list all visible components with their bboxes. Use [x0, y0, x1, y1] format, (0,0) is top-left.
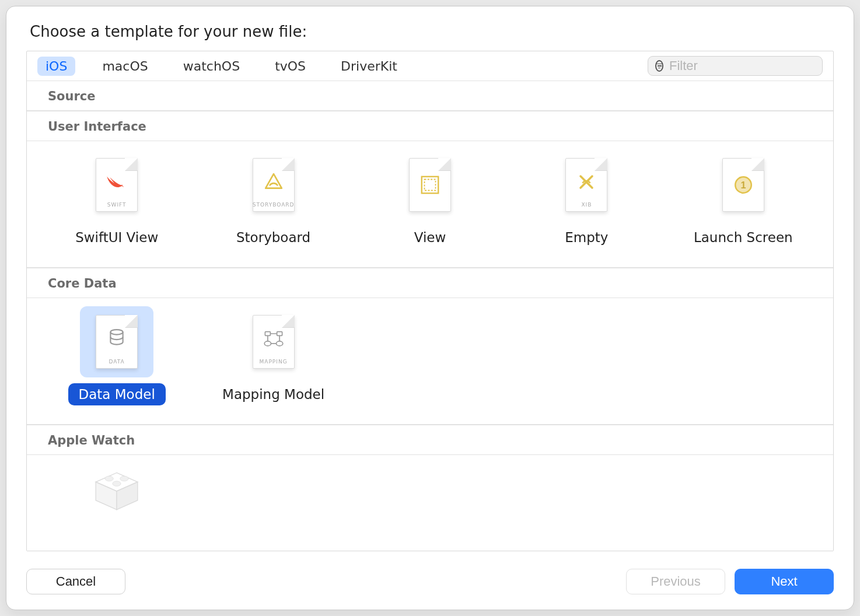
template-view-label: View [404, 226, 457, 249]
next-button[interactable]: Next [735, 569, 834, 594]
data-model-file-caption: DATA [109, 359, 125, 365]
grid-core-data: DATA Data Model [27, 298, 833, 425]
storyboard-file-caption: STORYBOARD [253, 202, 295, 208]
template-launch-screen[interactable]: 1 Launch Screen [665, 152, 821, 249]
template-empty-label: Empty [554, 226, 618, 249]
svg-point-10 [120, 476, 128, 481]
data-model-file-icon: DATA [96, 315, 138, 369]
svg-text:1: 1 [740, 180, 746, 190]
template-mapping-model[interactable]: MAPPING Mapping Model [195, 309, 351, 405]
template-empty[interactable]: XIB Empty [508, 152, 665, 249]
cancel-button[interactable]: Cancel [26, 569, 125, 594]
svg-rect-1 [424, 180, 435, 191]
tab-ios[interactable]: iOS [37, 57, 75, 76]
svg-point-9 [105, 476, 113, 481]
svg-rect-6 [277, 332, 282, 336]
template-data-model[interactable]: DATA Data Model [39, 309, 195, 405]
svg-point-4 [111, 330, 123, 335]
storyboard-file-icon: STORYBOARD [253, 158, 295, 212]
svg-point-11 [113, 481, 121, 487]
tab-driverkit[interactable]: DriverKit [333, 57, 405, 76]
template-launch-screen-label: Launch Screen [683, 226, 803, 249]
xib-file-icon: XIB [565, 158, 607, 212]
template-storyboard[interactable]: STORYBOARD Storyboard [195, 152, 351, 249]
platform-tabbar: iOS macOS watchOS tvOS DriverKit [27, 51, 833, 81]
template-apple-watch-item[interactable] [39, 466, 195, 525]
section-header-user-interface: User Interface [27, 111, 833, 141]
template-data-model-label: Data Model [68, 383, 166, 405]
svg-rect-5 [265, 332, 270, 336]
new-file-template-sheet: Choose a template for your new file: iOS… [6, 6, 854, 610]
content-pane: iOS macOS watchOS tvOS DriverKit Source … [26, 51, 834, 551]
grid-user-interface: SWIFT SwiftUI View [27, 141, 833, 268]
swift-file-caption: SWIFT [107, 202, 127, 208]
tab-tvos[interactable]: tvOS [267, 57, 314, 76]
dialog-title: Choose a template for your new file: [30, 23, 834, 40]
previous-button: Previous [626, 569, 725, 594]
swift-file-icon: SWIFT [96, 158, 138, 212]
template-storyboard-label: Storyboard [226, 226, 321, 249]
tab-macos[interactable]: macOS [94, 57, 156, 76]
package-box-icon [92, 471, 142, 512]
template-mapping-model-label: Mapping Model [212, 383, 335, 405]
dialog-footer: Cancel Previous Next [26, 569, 834, 594]
filter-field-wrap[interactable] [648, 56, 823, 76]
section-header-source: Source [27, 81, 833, 111]
template-swiftui-view-label: SwiftUI View [65, 226, 169, 249]
filter-icon [655, 60, 663, 72]
platform-tabs: iOS macOS watchOS tvOS DriverKit [37, 57, 405, 76]
template-view[interactable]: View [352, 152, 508, 249]
launch-screen-file-icon: 1 [722, 158, 764, 212]
svg-point-8 [276, 341, 282, 346]
section-header-apple-watch: Apple Watch [27, 425, 833, 455]
template-scroll[interactable]: Source User Interface SW [27, 81, 833, 551]
filter-input[interactable] [669, 58, 830, 74]
section-header-core-data: Core Data [27, 268, 833, 298]
template-swiftui-view[interactable]: SWIFT SwiftUI View [39, 152, 195, 249]
xib-file-caption: XIB [581, 202, 592, 208]
mapping-model-file-caption: MAPPING [260, 359, 288, 365]
view-file-icon [409, 158, 451, 212]
grid-apple-watch [27, 455, 833, 531]
tab-watchos[interactable]: watchOS [175, 57, 248, 76]
mapping-model-file-icon: MAPPING [253, 315, 295, 369]
svg-point-7 [264, 341, 271, 346]
